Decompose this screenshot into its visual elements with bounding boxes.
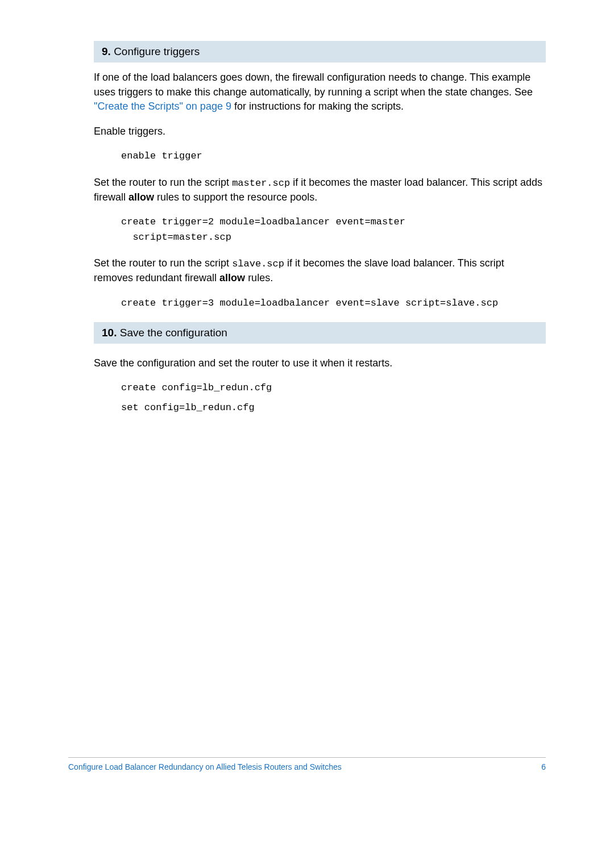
step9-para1-a: If one of the load balancers goes down, … [94,72,533,98]
page-footer: Configure Load Balancer Redundancy on Al… [68,757,546,771]
step9-para1-b: for instructions for making the scripts. [231,101,404,112]
step9-para1-link[interactable]: "Create the Scripts" on page 9 [94,101,231,112]
step9-code1: enable trigger [121,149,546,164]
step9-para4-mono: slave.scp [232,258,284,269]
step9-para1: If one of the load balancers goes down, … [94,70,546,114]
step9-para3-c: rules to support the resource pools. [154,191,317,203]
footer-title: Configure Load Balancer Redundancy on Al… [68,762,342,771]
step10-header: 10. Save the configuration [94,322,546,344]
step10-number: 10. [102,327,117,339]
step9-code3: create trigger=3 module=loadbalancer eve… [121,296,546,311]
step9-para3-a: Set the router to run the script [94,177,232,188]
step9-para3: Set the router to run the script master.… [94,176,546,205]
step9-para4-bold: allow [219,272,245,283]
step10-para1: Save the configuration and set the route… [94,356,546,371]
step10-title: Save the configuration [120,327,227,339]
step9-para2: Enable triggers. [94,124,546,139]
footer-page-number: 6 [541,762,546,771]
step9-para3-bold: allow [128,191,154,203]
step9-para3-mono: master.scp [232,178,290,189]
step9-para4: Set the router to run the script slave.s… [94,256,546,286]
step10-code2: set config=lb_redun.cfg [121,400,546,415]
step9-para4-a: Set the router to run the script [94,257,232,269]
step9-para4-c: rules. [245,272,273,283]
step10-code1: create config=lb_redun.cfg [121,381,546,395]
step9-title: Configure triggers [114,45,200,57]
step9-number: 9. [102,45,111,57]
step9-code2: create trigger=2 module=loadbalancer eve… [121,215,546,245]
step9-header: 9. Configure triggers [94,41,546,62]
